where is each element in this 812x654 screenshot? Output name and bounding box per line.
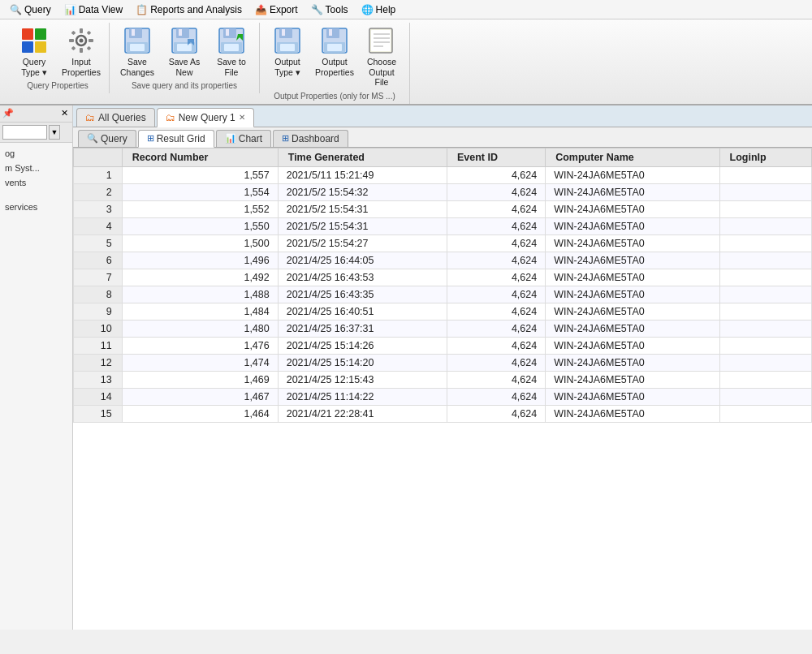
save-to-file-button[interactable]: Save toFile <box>209 23 254 80</box>
output-type-button[interactable]: OutputType ▾ <box>265 23 310 80</box>
subtab-chart-label: Chart <box>239 133 262 144</box>
col-header-event-id[interactable]: Event ID <box>447 148 545 166</box>
table-row[interactable]: 3 1,552 2021/5/2 15:54:31 4,624 WIN-24JA… <box>74 200 812 217</box>
table-row[interactable]: 2 1,554 2021/5/2 15:54:32 4,624 WIN-24JA… <box>74 183 812 200</box>
menu-export-label: Export <box>270 4 298 15</box>
cell-event: 4,624 <box>447 166 545 183</box>
cell-computer: WIN-24JA6ME5TA0 <box>546 320 719 337</box>
table-row[interactable]: 1 1,557 2021/5/11 15:21:49 4,624 WIN-24J… <box>74 166 812 183</box>
col-header-record-number[interactable]: Record Number <box>122 148 278 166</box>
cell-computer: WIN-24JA6ME5TA0 <box>546 405 719 422</box>
cell-computer: WIN-24JA6ME5TA0 <box>546 354 719 371</box>
sidebar-pin-button[interactable]: 📌 <box>2 107 15 120</box>
cell-record: 1,500 <box>122 234 278 252</box>
svg-rect-18 <box>130 44 145 51</box>
col-header-time-generated[interactable]: Time Generated <box>278 148 447 166</box>
table-row[interactable]: 7 1,492 2021/4/25 16:43:53 4,624 WIN-24J… <box>74 269 812 286</box>
output-properties-label: OutputProperties <box>315 57 354 77</box>
sidebar-item-5[interactable]: services <box>2 200 71 214</box>
cell-time: 2021/4/25 11:14:22 <box>278 388 447 405</box>
tab-new-query[interactable]: 🗂 New Query 1 ✕ <box>157 108 254 127</box>
cell-event: 4,624 <box>447 388 545 405</box>
menu-bar: 🔍 Query 📊 Data View 📋 Reports and Analys… <box>0 0 812 19</box>
cell-event: 4,624 <box>447 320 545 337</box>
cell-rownum: 11 <box>74 337 123 354</box>
choose-output-file-button[interactable]: ChooseOutput File <box>359 23 404 90</box>
cell-event: 4,624 <box>447 286 545 303</box>
subtab-query[interactable]: 🔍 Query <box>78 130 136 147</box>
sidebar-search-input[interactable] <box>2 125 47 140</box>
col-header-computer-name[interactable]: Computer Name <box>546 148 719 166</box>
tab-all-queries[interactable]: 🗂 All Queries <box>76 108 155 127</box>
sidebar-item-2[interactable]: vents <box>2 175 71 190</box>
sidebar-item-1[interactable]: m Syst... <box>2 161 71 175</box>
table-row[interactable]: 8 1,488 2021/4/25 16:43:35 4,624 WIN-24J… <box>74 286 812 303</box>
output-properties-button[interactable]: OutputProperties <box>312 23 357 80</box>
svg-rect-16 <box>132 29 135 36</box>
svg-rect-0 <box>22 28 33 40</box>
cell-computer: WIN-24JA6ME5TA0 <box>546 252 719 269</box>
table-row[interactable]: 12 1,474 2021/4/25 15:14:20 4,624 WIN-24… <box>74 354 812 371</box>
table-row[interactable]: 4 1,550 2021/5/2 15:54:31 4,624 WIN-24JA… <box>74 217 812 234</box>
table-row[interactable]: 5 1,500 2021/5/2 15:54:27 4,624 WIN-24JA… <box>74 234 812 252</box>
subtab-dashboard[interactable]: ⊞ Dashboard <box>273 130 348 147</box>
menu-tools[interactable]: 🔧 Tools <box>304 2 355 17</box>
all-queries-tab-icon: 🗂 <box>85 112 95 123</box>
cell-record: 1,554 <box>122 183 278 200</box>
sidebar-close-button[interactable]: ✕ <box>58 107 71 120</box>
svg-rect-40 <box>327 44 342 51</box>
menu-query[interactable]: 🔍 Query <box>3 2 58 17</box>
cell-time: 2021/4/25 16:43:35 <box>278 286 447 303</box>
svg-rect-8 <box>69 39 74 42</box>
cell-event: 4,624 <box>447 234 545 252</box>
menu-reports[interactable]: 📋 Reports and Analysis <box>129 2 248 17</box>
table-row[interactable]: 14 1,467 2021/4/25 11:14:22 4,624 WIN-24… <box>74 388 812 405</box>
sidebar-item-0[interactable]: og <box>2 146 71 161</box>
svg-point-5 <box>80 39 84 43</box>
new-query-tab-close[interactable]: ✕ <box>239 113 245 122</box>
svg-rect-3 <box>35 41 46 53</box>
menu-dataview[interactable]: 📊 Data View <box>58 2 129 17</box>
table-row[interactable]: 15 1,464 2021/4/21 22:28:41 4,624 WIN-24… <box>74 405 812 422</box>
col-header-loginip[interactable]: LoginIp <box>719 148 811 166</box>
dataview-menu-icon: 📊 <box>64 4 76 15</box>
svg-rect-21 <box>179 29 182 36</box>
table-row[interactable]: 13 1,469 2021/4/25 12:15:43 4,624 WIN-24… <box>74 371 812 388</box>
svg-rect-15 <box>129 28 142 38</box>
cell-event: 4,624 <box>447 217 545 234</box>
query-type-label: QueryType ▾ <box>21 57 47 77</box>
svg-rect-7 <box>80 48 83 53</box>
cell-record: 1,488 <box>122 286 278 303</box>
cell-login <box>719 337 811 354</box>
sidebar-search-dropdown[interactable]: ▼ <box>49 125 60 140</box>
cell-login <box>719 234 811 252</box>
cell-computer: WIN-24JA6ME5TA0 <box>546 388 719 405</box>
save-as-new-button[interactable]: Save As New <box>162 23 207 80</box>
subtab-result-grid-icon: ⊞ <box>147 133 154 144</box>
table-row[interactable]: 9 1,484 2021/4/25 16:40:51 4,624 WIN-24J… <box>74 303 812 320</box>
cell-event: 4,624 <box>447 269 545 286</box>
table-row[interactable]: 11 1,476 2021/4/25 15:14:26 4,624 WIN-24… <box>74 337 812 354</box>
subtab-dashboard-icon: ⊞ <box>282 133 289 144</box>
menu-help[interactable]: 🌐 Help <box>355 2 403 17</box>
input-properties-button[interactable]: InputProperties <box>58 23 104 80</box>
menu-export[interactable]: 📤 Export <box>248 2 304 17</box>
cell-event: 4,624 <box>447 183 545 200</box>
cell-login <box>719 286 811 303</box>
cell-time: 2021/4/25 15:14:20 <box>278 354 447 371</box>
query-type-button[interactable]: QueryType ▾ <box>11 23 57 80</box>
table-row[interactable]: 10 1,480 2021/4/25 16:37:31 4,624 WIN-24… <box>74 320 812 337</box>
save-changes-button[interactable]: Save Changes <box>114 23 160 80</box>
svg-rect-35 <box>280 44 295 51</box>
cell-rownum: 1 <box>74 166 123 183</box>
table-row[interactable]: 6 1,496 2021/4/25 16:44:05 4,624 WIN-24J… <box>74 252 812 269</box>
cell-computer: WIN-24JA6ME5TA0 <box>546 183 719 200</box>
svg-rect-33 <box>282 29 285 36</box>
subtab-chart[interactable]: 📊 Chart <box>216 130 271 147</box>
cell-rownum: 15 <box>74 405 123 422</box>
data-grid-container[interactable]: Record Number Time Generated Event ID Co… <box>73 148 812 630</box>
ribbon-group-output: OutputType ▾ OutputProperties <box>260 23 410 104</box>
subtab-result-grid[interactable]: ⊞ Result Grid <box>138 130 214 148</box>
subtab-query-label: Query <box>101 133 127 144</box>
cell-time: 2021/4/25 16:44:05 <box>278 252 447 269</box>
